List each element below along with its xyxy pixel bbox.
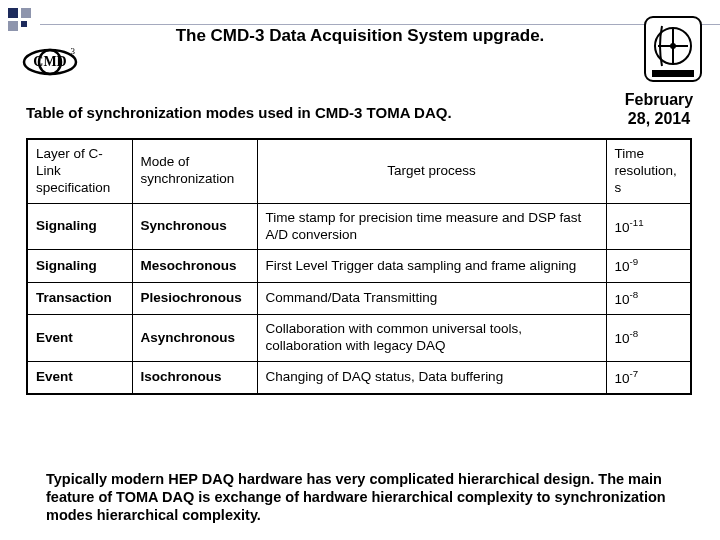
svg-rect-7 bbox=[652, 70, 694, 77]
slide-header: The CMD-3 Data Acquisition System upgrad… bbox=[0, 26, 720, 46]
table-row: SignalingSynchronousTime stamp for preci… bbox=[27, 203, 691, 250]
col-header-layer: Layer of C-Link specification bbox=[27, 139, 132, 203]
col-header-resolution: Time resolution, s bbox=[606, 139, 691, 203]
table-row: SignalingMesochronousFirst Level Trigger… bbox=[27, 250, 691, 282]
slide-decor-line bbox=[40, 24, 720, 25]
col-header-mode: Mode of synchronization bbox=[132, 139, 257, 203]
cell-resolution: 10-8 bbox=[606, 282, 691, 314]
cell-mode: Plesiochronous bbox=[132, 282, 257, 314]
table-caption: Table of synchronization modes used in C… bbox=[26, 104, 452, 121]
cell-mode: Asynchronous bbox=[132, 315, 257, 362]
cell-layer: Transaction bbox=[27, 282, 132, 314]
table-row: TransactionPlesiochronousCommand/Data Tr… bbox=[27, 282, 691, 314]
synchronization-modes-table: Layer of C-Link specification Mode of sy… bbox=[26, 138, 692, 395]
slide-date: February 28, 2014 bbox=[616, 90, 702, 128]
table-row: EventAsynchronousCollaboration with comm… bbox=[27, 315, 691, 362]
table-header-row: Layer of C-Link specification Mode of sy… bbox=[27, 139, 691, 203]
cell-resolution: 10-7 bbox=[606, 361, 691, 394]
svg-text:3: 3 bbox=[71, 46, 76, 56]
cmd-logo: CMD 3 bbox=[20, 40, 80, 78]
page-title: The CMD-3 Data Acquisition System upgrad… bbox=[176, 26, 545, 45]
cell-layer: Event bbox=[27, 361, 132, 394]
cell-mode: Isochronous bbox=[132, 361, 257, 394]
cell-resolution: 10-11 bbox=[606, 203, 691, 250]
cell-resolution: 10-9 bbox=[606, 250, 691, 282]
cell-layer: Signaling bbox=[27, 250, 132, 282]
cell-mode: Mesochronous bbox=[132, 250, 257, 282]
cell-target: Changing of DAQ status, Data buffering bbox=[257, 361, 606, 394]
cell-target: Command/Data Transmitting bbox=[257, 282, 606, 314]
institute-logo bbox=[644, 16, 702, 82]
cell-mode: Synchronous bbox=[132, 203, 257, 250]
cell-layer: Signaling bbox=[27, 203, 132, 250]
cell-resolution: 10-8 bbox=[606, 315, 691, 362]
svg-text:CMD: CMD bbox=[33, 54, 66, 69]
footer-paragraph: Typically modern HEP DAQ hardware has ve… bbox=[46, 470, 682, 524]
cell-target: Collaboration with common universal tool… bbox=[257, 315, 606, 362]
cell-target: Time stamp for precision time measure an… bbox=[257, 203, 606, 250]
cell-target: First Level Trigger data sampling and fr… bbox=[257, 250, 606, 282]
col-header-target: Target process bbox=[257, 139, 606, 203]
table-row: EventIsochronousChanging of DAQ status, … bbox=[27, 361, 691, 394]
cell-layer: Event bbox=[27, 315, 132, 362]
